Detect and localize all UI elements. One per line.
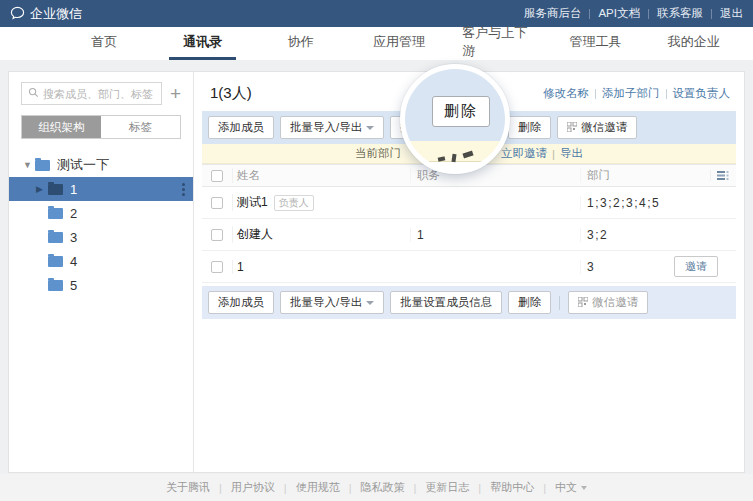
- row-checkbox[interactable]: [211, 197, 223, 209]
- divider: [595, 89, 596, 99]
- member-dept: 1;3;2;3;4;5: [580, 196, 674, 210]
- set-manager-link[interactable]: 设置负责人: [673, 86, 731, 101]
- dropdown-caret-icon: [581, 486, 587, 490]
- divider: |: [219, 482, 222, 494]
- folder-icon: [35, 160, 50, 171]
- header-dept: 部门: [580, 168, 648, 183]
- divider: [648, 9, 649, 19]
- member-name: 1: [237, 260, 244, 274]
- content-container: + 组织架构 标签 ▼ 测试一下 ▶ 1 2 3: [8, 71, 745, 473]
- qr-code-icon: [578, 297, 588, 309]
- search-box: [21, 82, 162, 105]
- tree-node-root[interactable]: ▼ 测试一下: [9, 153, 193, 177]
- tab-my-company[interactable]: 我的企业: [645, 27, 743, 60]
- table-row[interactable]: 创建人 1 3;2: [202, 219, 736, 251]
- add-department-button[interactable]: +: [168, 84, 183, 103]
- provider-console-link[interactable]: 服务商后台: [524, 6, 582, 21]
- tree-node-4[interactable]: 4: [9, 249, 193, 273]
- usage-rules-link[interactable]: 使用规范: [296, 480, 340, 495]
- divider: |: [543, 482, 546, 494]
- manager-badge: 负责人: [274, 195, 314, 211]
- delete-button[interactable]: 删除: [508, 291, 551, 314]
- divider: |: [478, 482, 481, 494]
- member-dept: 3;2: [580, 228, 674, 242]
- caret-down-icon[interactable]: ▼: [23, 160, 33, 170]
- tab-customers[interactable]: 客户与上下游: [448, 27, 546, 60]
- add-member-button[interactable]: 添加成员: [208, 116, 274, 139]
- tree-node-5[interactable]: 5: [9, 273, 193, 297]
- api-docs-link[interactable]: API文档: [598, 6, 640, 21]
- app-logo: 企业微信: [10, 5, 82, 23]
- changelog-link[interactable]: 更新日志: [425, 480, 469, 495]
- more-options-icon[interactable]: [182, 183, 185, 196]
- member-name: 创建人: [237, 226, 273, 243]
- search-input[interactable]: [43, 88, 155, 100]
- tree-node-1[interactable]: ▶ 1: [9, 177, 193, 201]
- app-title: 企业微信: [30, 5, 82, 23]
- table-row[interactable]: 1 3 邀请: [202, 251, 736, 283]
- wechat-invite-button[interactable]: 微信邀请: [568, 291, 648, 314]
- divider: [666, 89, 667, 99]
- page-footer: 关于腾讯 | 用户协议 | 使用规范 | 隐私政策 | 更新日志 | 帮助中心 …: [0, 474, 753, 501]
- sidebar-tabs: 组织架构 标签: [21, 115, 181, 139]
- help-center-link[interactable]: 帮助中心: [490, 480, 534, 495]
- select-all-checkbox[interactable]: [211, 170, 223, 182]
- topbar-links: 服务商后台 API文档 联系客服 退出: [524, 6, 743, 21]
- folder-icon: [48, 184, 63, 195]
- caret-right-icon[interactable]: ▶: [36, 184, 46, 194]
- wechat-invite-button[interactable]: 微信邀请: [557, 116, 637, 139]
- export-link[interactable]: 导出: [560, 146, 583, 161]
- batch-set-member-info-button[interactable]: 批量设置成员信息: [390, 291, 502, 314]
- divider: [559, 296, 560, 310]
- folder-icon: [48, 256, 63, 267]
- notice-text: 当前部门: [355, 146, 401, 161]
- main-nav: 首页 通讯录 协作 应用管理 客户与上下游 管理工具 我的企业: [0, 27, 753, 60]
- row-checkbox[interactable]: [211, 229, 223, 241]
- batch-import-export-button[interactable]: 批量导入/导出: [280, 116, 384, 139]
- folder-icon: [48, 280, 63, 291]
- tab-org-structure[interactable]: 组织架构: [22, 116, 101, 138]
- tab-contacts[interactable]: 通讯录: [153, 27, 251, 60]
- department-title: 1(3人): [210, 84, 252, 103]
- tab-apps[interactable]: 应用管理: [350, 27, 448, 60]
- about-tencent-link[interactable]: 关于腾讯: [166, 480, 210, 495]
- language-selector[interactable]: 中文: [555, 480, 587, 495]
- logout-link[interactable]: 退出: [720, 6, 743, 21]
- tab-admin-tools[interactable]: 管理工具: [546, 27, 644, 60]
- invite-button[interactable]: 邀请: [674, 256, 718, 277]
- contact-support-link[interactable]: 联系客服: [657, 6, 703, 21]
- magnifier-overlay: 删除: [400, 64, 510, 174]
- tree-node-2[interactable]: 2: [9, 201, 193, 225]
- delete-button-magnified[interactable]: 删除: [432, 96, 490, 127]
- add-member-button[interactable]: 添加成员: [208, 291, 274, 314]
- table-row[interactable]: 测试1 负责人 1;3;2;3;4;5: [202, 187, 736, 219]
- tree-node-3[interactable]: 3: [9, 225, 193, 249]
- batch-import-export-button[interactable]: 批量导入/导出: [280, 291, 384, 314]
- delete-button[interactable]: 删除: [508, 116, 551, 139]
- rename-link[interactable]: 修改名称: [543, 86, 589, 101]
- divider: |: [414, 482, 417, 494]
- department-actions: 修改名称 添加子部门 设置负责人: [543, 86, 730, 101]
- member-dept: 3: [580, 260, 674, 274]
- toolbar-bottom: 添加成员 批量导入/导出 批量设置成员信息 删除 微信邀请: [202, 286, 736, 319]
- row-checkbox[interactable]: [211, 261, 223, 273]
- dropdown-caret-icon: [366, 301, 374, 305]
- top-bar: 企业微信 服务商后台 API文档 联系客服 退出: [0, 0, 753, 27]
- org-tree: ▼ 测试一下 ▶ 1 2 3 4: [9, 153, 193, 297]
- tab-collaboration[interactable]: 协作: [252, 27, 350, 60]
- sidebar: + 组织架构 标签 ▼ 测试一下 ▶ 1 2 3: [9, 72, 194, 472]
- divider: |: [284, 482, 287, 494]
- user-agreement-link[interactable]: 用户协议: [231, 480, 275, 495]
- folder-icon: [48, 232, 63, 243]
- tab-labels[interactable]: 标签: [101, 116, 180, 138]
- qr-code-icon: [567, 122, 577, 134]
- member-title: 1: [410, 228, 580, 242]
- tab-home[interactable]: 首页: [55, 27, 153, 60]
- add-subdepartment-link[interactable]: 添加子部门: [602, 86, 660, 101]
- privacy-policy-link[interactable]: 隐私政策: [361, 480, 405, 495]
- dropdown-caret-icon: [366, 126, 374, 130]
- folder-icon: [48, 208, 63, 219]
- column-settings-icon[interactable]: [710, 170, 736, 181]
- member-name: 测试1: [237, 194, 268, 211]
- invite-now-link[interactable]: 立即邀请: [501, 146, 547, 161]
